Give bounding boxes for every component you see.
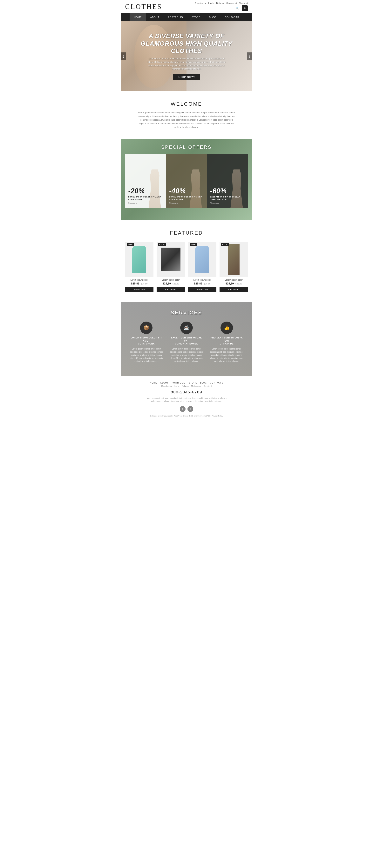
service-name-2: EXCEPTEUR SINT OCCAE CATCUPIDATAT NONSE [168,336,205,345]
clothes-shape-sweater [161,248,180,271]
hero-subtitle: Lorem ipsum dolor sit amet consectetur e… [146,57,227,70]
add-to-cart-button-2[interactable]: Add to cart [156,287,185,292]
product-card-2: SALE! Lorem ipsum dolor $25,89 $35,89 Ad… [156,242,185,292]
nav-portfolio[interactable]: PORTFOLIO [164,13,187,21]
footer-nav-portfolio[interactable]: PORTFOLIO [172,381,185,384]
service-icon-3: 👍 [221,321,233,334]
twitter-icon[interactable]: t [188,406,193,412]
nav-about[interactable]: ABOUT [146,13,163,21]
product-name-1: Lorem ipsum dolor [125,279,153,281]
product-current-price-2: $25,89 [163,282,171,285]
site-title: CLOTHES [125,2,162,11]
footer-link-checkout[interactable]: Checkout [203,385,211,387]
search-icon[interactable]: 🔍 [236,7,239,9]
add-to-cart-button-1[interactable]: Add to cart [125,287,153,292]
service-icon-2: ☕ [180,321,193,334]
product-current-price-3: $25,89 [194,282,202,285]
service-desc-2: Lorem ipsum dolor sit amet contet adipis… [168,347,205,363]
top-link-delivery[interactable]: Delivery [216,2,224,4]
footer-nav-home[interactable]: HOME [150,381,157,384]
product-old-price-3: $35,89 [204,282,210,285]
offer-discount-1: -20% [128,188,161,194]
product-price-2: $25,89 $35,89 [156,282,185,285]
footer-link-registration[interactable]: Registration [161,385,172,387]
sale-badge-2: SALE! [158,243,166,246]
footer-nav-store[interactable]: STORE [189,381,197,384]
sale-badge-4: SALE! [221,243,229,246]
top-link-login[interactable]: Log In [208,2,214,4]
offer-label-1: LOREM IPSUM DOLOR SIT AMETCONS MAGNA [128,196,161,200]
offer-info-2: -40% LOREM IPSUM DOLOR SIT AMETCONS MAGN… [169,188,202,204]
footer-copyright: Clothes is proudly powered by WordPress … [129,415,244,417]
services-title: SERVICES [125,310,248,316]
offer-discount-2: -40% [169,188,202,194]
offer-card-2[interactable]: -40% LOREM IPSUM DOLOR SIT AMETCONS MAGN… [166,154,207,208]
clothes-shape-pants [228,244,239,275]
header: CLOTHES Registration Log In Delivery My … [121,0,252,13]
product-old-price-2: $35,89 [173,282,179,285]
product-current-price-1: $25,89 [131,282,140,285]
special-offers-section: SPECIAL OFFERS -20% LOREM IPSUM DOLOR SI… [121,138,252,220]
slider-prev-arrow[interactable]: ❮ [121,53,126,60]
product-card-3: SALE! Lorem ipsum dolor $25,89 $35,89 Ad… [188,242,217,292]
services-grid: 📦 LOREM IPSUM DOLOR SIT AMETCONS MAGNA L… [128,321,245,363]
footer-nav: HOME ABOUT PORTFOLIO STORE BLOG CONTACTS [129,381,244,384]
nav-blog[interactable]: BLOG [205,13,221,21]
product-name-3: Lorem ipsum dolor [188,279,217,281]
welcome-text: Lorem ipsum dolor sit amet contet adipis… [138,111,235,129]
hero-content: A DIVERSE VARIETY OFGLAMOROUS HIGH QUALI… [121,28,252,84]
add-to-cart-button-3[interactable]: Add to cart [188,287,217,292]
product-price-4: $25,89 $35,89 [220,282,248,285]
search-input[interactable] [212,7,236,9]
nav-store[interactable]: STORE [187,13,205,21]
nav-contacts[interactable]: CONTACTS [221,13,243,21]
footer-link-login[interactable]: Log In [174,385,179,387]
offer-card-3[interactable]: -60% EXCEPTEUR SINT OCCAECATCUPIDATAT NO… [207,154,248,208]
offer-card-1[interactable]: -20% LOREM IPSUM DOLOR SIT AMETCONS MAGN… [125,154,166,208]
dropbox-icon: 📦 [143,325,149,331]
product-card-1: SALE! Lorem ipsum dolor $25,89 $35,89 Ad… [125,242,153,292]
footer-nav-about[interactable]: ABOUT [160,381,168,384]
footer-nav-contacts[interactable]: CONTACTS [210,381,223,384]
cart-icon[interactable]: 🛍 [242,5,248,11]
welcome-title: WELCOME [137,101,236,107]
top-link-registration[interactable]: Registration [195,2,206,4]
featured-section: FEATURED SALE! Lorem ipsum dolor $25,89 … [121,220,252,302]
footer-links: Registration Log In Delivery My Account … [129,385,244,387]
add-to-cart-button-4[interactable]: Add to cart [220,287,248,292]
offers-grid: -20% LOREM IPSUM DOLOR SIT AMETCONS MAGN… [125,154,248,208]
product-name-4: Lorem ipsum dolor [220,279,248,281]
product-old-price-4: $35,89 [235,282,242,285]
offer-shopnow-2[interactable]: Shop now! [169,202,202,204]
footer: HOME ABOUT PORTFOLIO STORE BLOG CONTACTS… [121,376,252,423]
services-section: SERVICES 📦 LOREM IPSUM DOLOR SIT AMETCON… [121,302,252,376]
sale-badge-1: SALE! [127,243,134,246]
nav-home[interactable]: HOME [130,13,146,21]
footer-nav-blog[interactable]: BLOG [200,381,207,384]
service-name-3: PROIDENT SUNT IN CULPA QUIOFFICIA DE [208,336,245,345]
service-name-1: LOREM IPSUM DOLOR SIT AMETCONS MAGNA [128,336,165,345]
offer-shopnow-1[interactable]: Shop now! [128,202,161,204]
footer-link-delivery[interactable]: Delivery [182,385,189,387]
product-old-price-1: $35,89 [141,282,148,285]
offer-info-3: -60% EXCEPTEUR SINT OCCAECATCUPIDATAT NO… [210,188,240,204]
coffee-icon: ☕ [183,325,190,331]
top-link-checkout[interactable]: Checkout [239,2,248,4]
product-image-1: SALE! [125,242,153,277]
offer-discount-3: -60% [210,188,240,194]
featured-title: FEATURED [125,230,248,236]
service-icon-1: 📦 [140,321,152,334]
product-current-price-4: $25,89 [226,282,234,285]
service-item-1: 📦 LOREM IPSUM DOLOR SIT AMETCONS MAGNA L… [128,321,165,363]
top-link-myaccount[interactable]: My Account [226,2,237,4]
facebook-icon[interactable]: f [180,406,185,412]
clothes-shape-shirt [194,246,211,273]
service-item-2: ☕ EXCEPTEUR SINT OCCAE CATCUPIDATAT NONS… [168,321,205,363]
footer-link-myaccount[interactable]: My Account [191,385,201,387]
social-icons: f t [129,406,244,412]
offer-label-3: EXCEPTEUR SINT OCCAECATCUPIDATAT NON [210,196,240,200]
hero-slider: ❮ A DIVERSE VARIETY OFGLAMOROUS HIGH QUA… [121,21,252,91]
offer-shopnow-3[interactable]: Shop now! [210,202,240,204]
slider-next-arrow[interactable]: ❯ [247,53,252,60]
shop-now-button[interactable]: SHOP NOW! [173,74,200,81]
